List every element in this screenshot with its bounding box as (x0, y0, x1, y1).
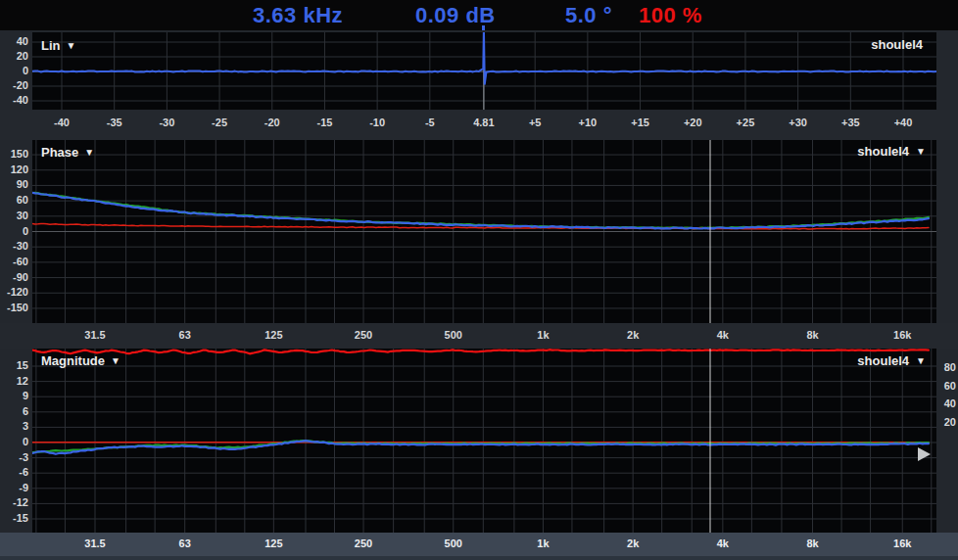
phase-view-label: Phase (41, 145, 78, 160)
chevron-down-icon: ▼ (111, 355, 120, 366)
trace-name: shoulel4 (857, 353, 909, 368)
phase-view-selector[interactable]: Phase▼ (41, 145, 94, 160)
phase-blue-trace (32, 193, 929, 229)
plot-workspace: Lin▼ Phase▼ Magnitude▼ shoulel4 shoulel4… (0, 30, 958, 560)
chevron-down-icon: ▼ (67, 40, 76, 51)
chevron-down-icon: ▼ (916, 355, 926, 366)
bottom-frequency-axis-strip (0, 533, 958, 556)
chevron-down-icon: ▼ (84, 147, 94, 158)
readout-bar: 3.63 kHz 0.09 dB 5.0 ° 100 % (0, 0, 958, 30)
coherence-trace (32, 350, 929, 353)
frequency-axis-strip (0, 323, 958, 349)
chevron-down-icon: ▼ (916, 146, 926, 157)
time-axis-strip (0, 110, 958, 140)
magnitude-view-selector[interactable]: Magnitude▼ (41, 353, 120, 368)
lin-view-label: Lin (41, 38, 61, 53)
trace-arrow-icon[interactable] (918, 447, 931, 461)
cursor-coherence-readout: 100 % (639, 1, 702, 29)
magnitude-view-label: Magnitude (41, 353, 105, 368)
bottom-edge-bar (0, 556, 958, 560)
impulse-response-plot[interactable] (32, 32, 936, 110)
cursor-phase-readout: 5.0 ° (565, 1, 612, 29)
analyzer-window: 3.63 kHz 0.09 dB 5.0 ° 100 % Lin▼ Phase▼… (0, 0, 958, 560)
trace-selector-lin[interactable]: shoulel4 (871, 37, 923, 52)
cursor-frequency-readout: 3.63 kHz (253, 1, 343, 29)
trace-name: shoulel4 (871, 37, 923, 52)
lin-view-selector[interactable]: Lin▼ (41, 38, 75, 53)
phase-plot[interactable] (32, 140, 936, 323)
trace-name: shoulel4 (857, 144, 909, 159)
impulse-trace (32, 32, 936, 84)
trace-selector-phase[interactable]: shoulel4▼ (857, 144, 926, 159)
magnitude-plot[interactable] (32, 349, 936, 533)
trace-selector-magnitude[interactable]: shoulel4▼ (857, 353, 926, 368)
